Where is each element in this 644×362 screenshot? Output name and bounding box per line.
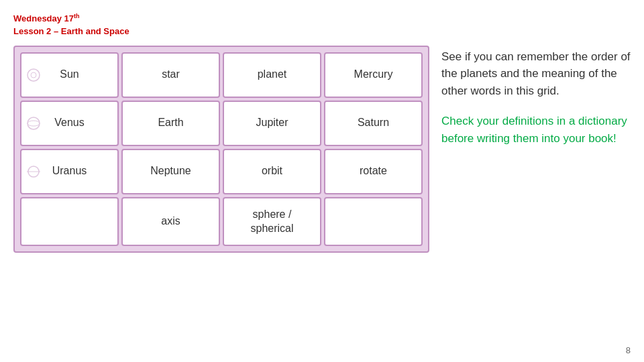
svg-point-1: [31, 72, 36, 78]
cell-text-venus: Venus: [54, 116, 84, 130]
grid-cell-orbit: orbit: [223, 149, 321, 194]
instruction-paragraph2: Check your definitions in a dictionary b…: [441, 113, 631, 147]
planet-icon-venus: [25, 115, 42, 131]
cell-text-rotate: rotate: [360, 164, 387, 178]
grid-cell-mercury: Mercury: [324, 52, 423, 98]
cell-text-uranus: Uranus: [52, 164, 87, 178]
grid-cell-empty2: [324, 197, 423, 247]
grid-cell-axis: axis: [121, 197, 220, 247]
planet-icon-uranus: [25, 164, 42, 180]
planet-icon-sun: [25, 67, 42, 83]
grid-cell-empty1: [20, 197, 119, 247]
cell-text-sphere: sphere /spherical: [250, 208, 293, 236]
grid-cell-sun: Sun: [20, 52, 119, 98]
grid-cell-saturn: Saturn: [324, 101, 423, 146]
cell-text-earth: Earth: [158, 116, 183, 130]
cell-text-jupiter: Jupiter: [256, 116, 288, 130]
grid-cell-planet: planet: [223, 52, 321, 98]
grid-cell-venus: Venus: [20, 101, 119, 146]
header-title: Wednesday 17th Lesson 2 – Earth and Spac…: [13, 12, 631, 38]
instruction-paragraph1: See if you can remember the order of the…: [441, 48, 631, 100]
header: Wednesday 17th Lesson 2 – Earth and Spac…: [13, 12, 631, 38]
cell-text-orbit: orbit: [262, 164, 282, 178]
cell-text-mercury: Mercury: [354, 68, 393, 82]
grid-cell-jupiter: Jupiter: [223, 101, 321, 146]
cell-text-sun: Sun: [60, 68, 78, 82]
page-number: 8: [626, 345, 631, 355]
cell-text-star: star: [162, 68, 180, 82]
svg-point-3: [28, 121, 40, 126]
cell-text-axis: axis: [161, 215, 180, 229]
cell-text-neptune: Neptune: [150, 164, 191, 178]
grid-cell-neptune: Neptune: [121, 149, 220, 194]
cell-text-saturn: Saturn: [358, 116, 389, 130]
svg-point-0: [28, 69, 40, 81]
cell-text-planet: planet: [258, 68, 287, 82]
grid-cell-rotate: rotate: [324, 149, 423, 194]
svg-point-2: [28, 117, 40, 129]
grid-cell-sphere: sphere /spherical: [223, 197, 321, 247]
grid-cell-uranus: Uranus: [20, 149, 119, 194]
word-grid: Sun star planet Mercury Venus: [13, 46, 429, 253]
content-area: Sun star planet Mercury Venus: [13, 46, 631, 253]
right-section: See if you can remember the order of the…: [441, 46, 631, 147]
grid-section: Sun star planet Mercury Venus: [13, 46, 429, 253]
grid-cell-star: star: [121, 52, 220, 98]
grid-cell-earth: Earth: [121, 101, 220, 146]
